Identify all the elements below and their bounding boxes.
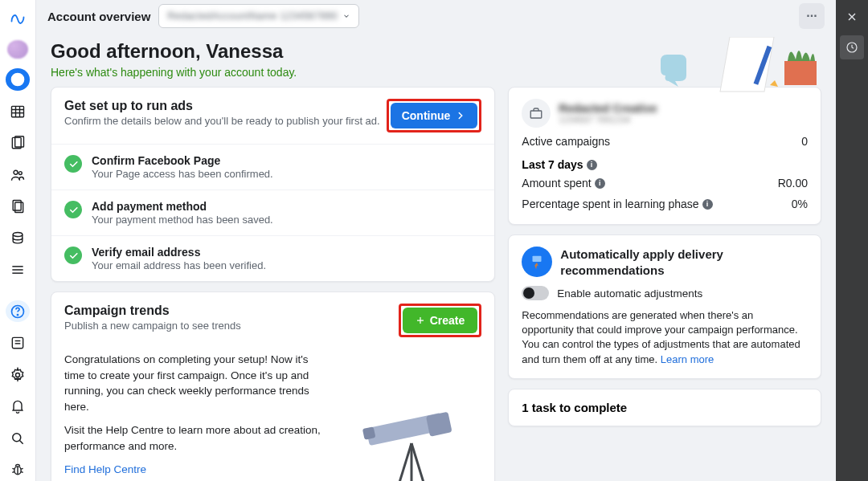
plus-icon xyxy=(416,316,425,325)
svg-line-27 xyxy=(12,472,14,473)
setup-item: Confirm Facebook Page Your Page access h… xyxy=(51,144,494,190)
close-panel-button[interactable] xyxy=(840,5,864,29)
trends-card-title: Campaign trends xyxy=(64,304,241,318)
account-id: 1234567 7891234 xyxy=(559,115,657,124)
svg-line-33 xyxy=(411,443,428,482)
learn-more-link[interactable]: Learn more xyxy=(661,353,714,365)
nav-ads-icon[interactable] xyxy=(6,132,30,154)
svg-point-16 xyxy=(17,314,18,315)
stat-active-campaigns-value: 0 xyxy=(801,135,808,148)
nav-billing-icon[interactable] xyxy=(6,227,30,250)
setup-item-title: Verify email address xyxy=(92,246,266,259)
auto-card-description: Recommendations are generated when there… xyxy=(522,308,808,367)
stat-amount-spent-label: Amount spent xyxy=(522,177,591,190)
stat-learning-label: Percentage spent in learning phase xyxy=(522,198,698,210)
setup-item-title: Add payment method xyxy=(92,200,273,213)
chevron-down-icon xyxy=(342,12,350,20)
svg-rect-0 xyxy=(12,106,24,116)
user-avatar[interactable] xyxy=(7,40,28,59)
create-highlight: Create xyxy=(399,304,482,337)
activity-history-button[interactable] xyxy=(840,35,864,59)
tasks-card-title: 1 task to complete xyxy=(522,401,808,414)
close-icon xyxy=(845,10,858,23)
setup-card-subtitle: Confirm the details below and you'll be … xyxy=(64,115,380,127)
right-rail xyxy=(836,0,868,481)
account-name: Redacted Creative xyxy=(559,102,657,115)
setup-card: Get set up to run ads Confirm the detail… xyxy=(51,87,495,282)
clock-icon xyxy=(845,41,858,54)
stat-learning-value: 0% xyxy=(792,198,808,210)
svg-line-22 xyxy=(20,440,23,443)
create-label: Create xyxy=(430,314,465,327)
nav-campaigns-icon[interactable] xyxy=(6,100,30,123)
svg-line-25 xyxy=(12,469,14,470)
nav-notifications-icon[interactable] xyxy=(6,396,30,418)
auto-adjustments-toggle[interactable] xyxy=(522,286,549,300)
continue-highlight: Continue xyxy=(387,99,482,132)
account-selector-label: RedactedAccountName 1234567890 xyxy=(167,10,338,22)
svg-point-7 xyxy=(14,170,18,174)
more-options-button[interactable]: ··· xyxy=(799,3,825,29)
content-area: Good afternoon, Vanessa Here's what's ha… xyxy=(36,32,836,481)
setup-item: Add payment method Your payment method h… xyxy=(51,190,494,235)
info-icon[interactable]: i xyxy=(587,160,597,170)
trends-card-subtitle: Publish a new campaign to see trends xyxy=(64,320,241,332)
svg-rect-42 xyxy=(531,111,542,118)
automation-icon xyxy=(522,247,552,277)
auto-recommendations-card: Automatically apply delivery recommendat… xyxy=(508,234,821,379)
meta-logo-icon[interactable] xyxy=(6,8,30,31)
svg-marker-40 xyxy=(770,80,778,87)
svg-point-8 xyxy=(18,171,22,174)
top-bar: Account overview RedactedAccountName 123… xyxy=(36,0,836,32)
briefcase-icon xyxy=(522,99,551,128)
svg-point-20 xyxy=(16,373,20,377)
nav-audiences-icon[interactable] xyxy=(6,164,30,186)
info-icon[interactable]: i xyxy=(595,178,605,189)
nav-reporting-icon[interactable] xyxy=(6,195,30,218)
account-selector[interactable]: RedactedAccountName 1234567890 xyxy=(158,4,359,28)
setup-card-title: Get set up to run ads xyxy=(64,99,380,113)
svg-rect-43 xyxy=(533,256,542,262)
auto-card-title: Automatically apply delivery recommendat… xyxy=(560,247,808,278)
svg-line-32 xyxy=(395,443,411,482)
nav-menu-icon[interactable] xyxy=(6,259,30,281)
toggle-label: Enable automatic adjustments xyxy=(557,287,702,300)
trends-card: Campaign trends Publish a new campaign t… xyxy=(51,291,495,481)
info-icon[interactable]: i xyxy=(702,199,713,210)
tasks-card: 1 task to complete xyxy=(508,389,821,426)
svg-point-21 xyxy=(13,434,21,442)
create-button[interactable]: Create xyxy=(403,308,478,333)
setup-item-title: Confirm Facebook Page xyxy=(92,154,273,167)
setup-item-desc: Your email address has been verified. xyxy=(92,259,266,271)
account-stats-card: Redacted Creative 1234567 7891234 Active… xyxy=(508,87,821,225)
stat-amount-spent-value: R0.00 xyxy=(778,177,808,190)
nav-settings-icon[interactable] xyxy=(6,364,30,386)
greeting-subtitle: Here's what's happening with your accoun… xyxy=(51,66,821,79)
continue-button[interactable]: Continue xyxy=(391,103,478,128)
stat-last7-label: Last 7 days xyxy=(522,158,583,171)
nav-bug-icon[interactable] xyxy=(6,459,30,481)
continue-label: Continue xyxy=(402,109,451,122)
svg-line-28 xyxy=(21,472,23,473)
greeting-title: Good afternoon, Vanessa xyxy=(51,40,821,63)
nav-help-icon[interactable] xyxy=(6,300,30,323)
setup-item-desc: Your Page access has been confirmed. xyxy=(92,168,273,180)
main-column: Account overview RedactedAccountName 123… xyxy=(36,0,836,481)
check-circle-icon xyxy=(64,201,82,218)
chevron-right-icon xyxy=(455,110,466,121)
trends-para2: Visit the Help Centre to learn more abou… xyxy=(64,422,323,454)
telescope-illustration xyxy=(351,399,472,482)
svg-line-26 xyxy=(21,469,23,470)
stat-active-campaigns-label: Active campaigns xyxy=(522,135,610,148)
setup-item: Verify email address Your email address … xyxy=(51,235,494,281)
left-nav-rail xyxy=(0,0,36,481)
check-circle-icon xyxy=(64,155,82,173)
svg-rect-17 xyxy=(12,338,23,349)
page-title: Account overview xyxy=(47,10,150,23)
svg-rect-37 xyxy=(362,426,376,440)
nav-search-icon[interactable] xyxy=(6,427,30,450)
nav-overview-icon[interactable] xyxy=(6,68,30,91)
nav-news-icon[interactable] xyxy=(6,332,30,354)
trends-para1: Congratulations on completing your setup… xyxy=(64,352,323,414)
check-circle-icon xyxy=(64,247,82,264)
